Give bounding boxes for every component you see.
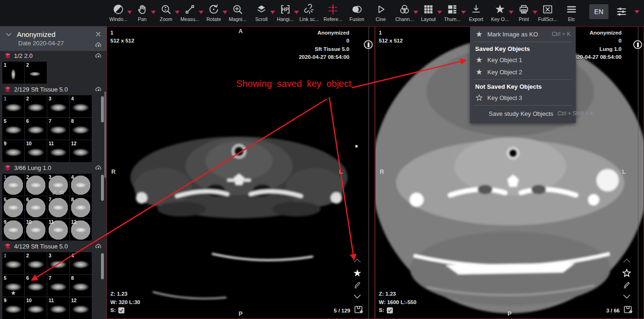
- thumbnail[interactable]: 6: [25, 275, 47, 297]
- tool-channel[interactable]: Chann...: [394, 3, 415, 22]
- thumbnail[interactable]: 4: [70, 95, 92, 117]
- thumbnail[interactable]: 3: [47, 174, 69, 196]
- tool-hanging[interactable]: HPHangi...: [275, 3, 296, 22]
- menu-item-save-study-key-objects[interactable]: Save study Key ObjectsCtrl + Shift + K: [470, 107, 576, 120]
- thumbnail[interactable]: 2: [25, 95, 47, 117]
- tool-reference[interactable]: Refere...: [322, 3, 344, 22]
- annotate-pencil-icon[interactable]: [353, 281, 362, 289]
- thumbnail[interactable]: 2: [25, 174, 47, 196]
- chevron-down-icon[interactable]: [622, 291, 632, 302]
- tool-export[interactable]: Export: [465, 3, 487, 22]
- thumbnail[interactable]: 7: [47, 275, 69, 297]
- tool-etc[interactable]: Etc: [561, 3, 582, 22]
- collapse-study-icon[interactable]: [5, 30, 13, 38]
- settings-sliders-icon[interactable]: [615, 6, 628, 18]
- tool-rotate[interactable]: Rotate: [203, 3, 224, 22]
- tool-thumbnail[interactable]: Thum...: [441, 3, 463, 22]
- menu-item-label: Key Object 3: [487, 94, 522, 101]
- thumbnail[interactable]: 1: [2, 174, 24, 196]
- series-download-icon[interactable]: [94, 164, 102, 172]
- tool-keyobject[interactable]: Key O...: [489, 3, 511, 22]
- window-level-handle[interactable]: [633, 40, 642, 49]
- thumbnail[interactable]: 10: [25, 297, 47, 319]
- thumbnail[interactable]: 5: [2, 196, 24, 218]
- language-button[interactable]: EN: [589, 4, 608, 19]
- scroll-track[interactable]: [369, 27, 369, 319]
- window-level-handle[interactable]: [364, 40, 373, 49]
- tool-magnify[interactable]: Magni...: [227, 3, 248, 22]
- thumbnail[interactable]: 3: [47, 252, 69, 274]
- tool-link[interactable]: Link sc...: [298, 3, 320, 22]
- series-header-3[interactable]: 3/66 Lung 1.0: [0, 163, 107, 173]
- key-object-star-icon[interactable]: [622, 268, 632, 278]
- thumbnail[interactable]: 11: [47, 219, 69, 241]
- thumbnail[interactable]: 1: [2, 252, 24, 274]
- thumbnail[interactable]: 8: [70, 275, 92, 297]
- thumbnail[interactable]: 9: [2, 219, 24, 241]
- tool-layout[interactable]: Layout: [418, 3, 439, 22]
- thumbnail[interactable]: 6: [25, 118, 47, 140]
- thumbnail[interactable]: 9: [2, 140, 24, 162]
- thumbnail[interactable]: 12: [70, 219, 92, 241]
- save-key-object-icon[interactable]: [623, 305, 633, 315]
- series-download-icon[interactable]: [94, 52, 102, 60]
- thumbnail[interactable]: 4: [70, 174, 92, 196]
- annotate-pencil-icon[interactable]: [622, 281, 631, 289]
- thumbnail[interactable]: 8: [70, 118, 92, 140]
- thumbnail[interactable]: 5: [2, 118, 24, 140]
- chevron-up-icon[interactable]: [622, 255, 632, 266]
- series-header-1[interactable]: 1/2 2.0: [0, 51, 107, 61]
- sync-checkbox[interactable]: [118, 307, 124, 313]
- series-header-4[interactable]: 4/129 Sft Tissue 5.0: [0, 241, 107, 251]
- chevron-up-icon[interactable]: [352, 255, 362, 266]
- thumbnail[interactable]: 11: [47, 140, 69, 162]
- thumbnail[interactable]: 4: [70, 252, 92, 274]
- thumbnail[interactable]: 10: [25, 140, 47, 162]
- tool-pan[interactable]: Pan: [131, 3, 153, 22]
- sync-checkbox[interactable]: [387, 307, 393, 313]
- thumbnail[interactable]: 8: [70, 196, 92, 218]
- menu-item-key-object-2[interactable]: Key Object 2: [470, 66, 576, 78]
- tool-scroll[interactable]: Scroll: [251, 3, 272, 22]
- thumbnail[interactable]: 11: [47, 297, 69, 319]
- close-study-icon[interactable]: [94, 30, 102, 38]
- menu-item-key-object-3[interactable]: Key Object 3: [470, 92, 576, 104]
- thumbnail[interactable]: 12: [70, 140, 92, 162]
- ct-image-soft-tissue[interactable]: [107, 27, 374, 318]
- thumbnail[interactable]: 6: [25, 196, 47, 218]
- tool-print[interactable]: Print: [513, 3, 535, 22]
- scroll-track[interactable]: [638, 27, 638, 319]
- tool-window[interactable]: Windo...: [108, 3, 129, 22]
- thumbnail[interactable]: 9: [2, 297, 24, 319]
- key-object-star-icon[interactable]: [352, 268, 362, 278]
- thumbnail[interactable]: 1: [2, 62, 24, 84]
- chevron-down-icon[interactable]: [352, 291, 362, 302]
- grid-scrollbar[interactable]: [101, 175, 104, 201]
- tool-measure[interactable]: Measu...: [179, 3, 201, 22]
- sidebar-scrollbar[interactable]: [104, 92, 106, 178]
- thumbnail[interactable]: 7: [47, 118, 69, 140]
- thumbnail[interactable]: 2: [25, 252, 47, 274]
- save-key-object-icon[interactable]: [354, 305, 364, 315]
- download-study-icon[interactable]: [94, 41, 102, 49]
- settings-caret-icon[interactable]: [635, 10, 639, 14]
- thumbnail[interactable]: 1: [2, 95, 24, 117]
- grid-scrollbar[interactable]: [101, 96, 104, 122]
- series-download-icon[interactable]: [94, 242, 102, 250]
- tool-fusion[interactable]: Fusion: [346, 3, 368, 22]
- thumbnail[interactable]: 5: [2, 275, 24, 297]
- menu-item-key-object-1[interactable]: Key Object 1: [470, 54, 576, 66]
- series-header-2[interactable]: 2/129 Sft Tissue 5.0: [0, 85, 107, 94]
- thumbnail[interactable]: 12: [70, 297, 92, 319]
- thumbnail[interactable]: 10: [25, 219, 47, 241]
- viewport-1[interactable]: A R L P 1 512 x 512 Anonymized 0 Sft Tis…: [107, 26, 375, 319]
- menu-item-mark-image-as-ko[interactable]: Mark Image as KOCtrl + K: [470, 28, 576, 40]
- thumbnail[interactable]: 3: [47, 95, 69, 117]
- grid-scrollbar[interactable]: [101, 253, 104, 279]
- tool-cine[interactable]: Cine: [370, 3, 391, 22]
- thumbnail[interactable]: 2: [25, 62, 47, 84]
- thumbnail[interactable]: 7: [47, 196, 69, 218]
- tool-fullscreen[interactable]: FullScr...: [537, 3, 558, 22]
- tool-zoom[interactable]: Zoom: [155, 3, 177, 22]
- series-download-icon[interactable]: [94, 85, 102, 93]
